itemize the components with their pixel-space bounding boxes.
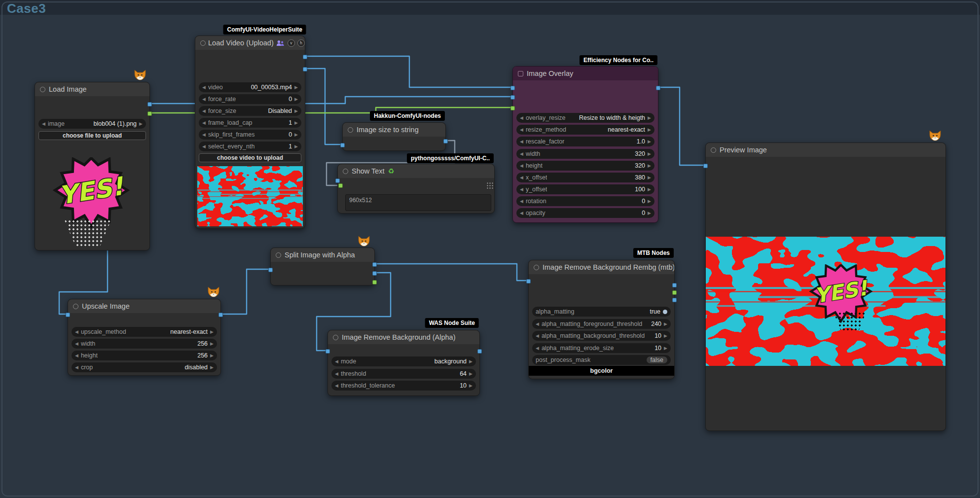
decrement-arrow-icon[interactable]: ◀: [335, 369, 338, 379]
node-header[interactable]: Split Image with Alpha: [271, 248, 374, 262]
input-slot-images[interactable]: [326, 349, 330, 354]
widget-rotation[interactable]: ◀ rotation 0 ▶: [516, 196, 654, 206]
widget-width[interactable]: ◀ width 320 ▶: [516, 149, 654, 159]
node-show-text[interactable]: Show Text ♻ 960x512: [337, 164, 495, 213]
decrement-arrow-icon[interactable]: ◀: [75, 351, 78, 360]
group-title[interactable]: Case3: [7, 1, 46, 16]
collapse-dot[interactable]: [348, 127, 353, 133]
choose-video-button[interactable]: choose video to upload: [199, 153, 301, 162]
output-slot-image[interactable]: [147, 102, 152, 107]
widget-crop[interactable]: ◀ crop disabled ▶: [72, 362, 217, 372]
decrement-arrow-icon[interactable]: ◀: [335, 356, 338, 366]
widget-resize-method[interactable]: ◀ resize_method nearest-exact ▶: [516, 125, 654, 135]
node-image-size-to-string[interactable]: Image size to string: [342, 122, 446, 151]
increment-arrow-icon[interactable]: ▶: [294, 106, 298, 116]
widget-video[interactable]: ◀ video 00_00053.mp4 ▶: [199, 82, 301, 92]
increment-arrow-icon[interactable]: ▶: [664, 319, 667, 329]
widget-upscale-method[interactable]: ◀ upscale_method nearest-exact ▶: [72, 327, 217, 337]
input-slot-images[interactable]: [703, 164, 708, 168]
decrement-arrow-icon[interactable]: ◀: [202, 106, 206, 116]
collapse-dot[interactable]: [40, 87, 45, 92]
increment-arrow-icon[interactable]: ▶: [648, 196, 651, 206]
increment-arrow-icon[interactable]: ▶: [294, 94, 298, 104]
decrement-arrow-icon[interactable]: ◀: [75, 362, 78, 372]
node-header[interactable]: Preview Image: [706, 143, 945, 157]
increment-arrow-icon[interactable]: ▶: [648, 149, 651, 159]
increment-arrow-icon[interactable]: ▶: [469, 369, 472, 379]
collapse-dot[interactable]: [73, 304, 78, 309]
collapse-dot[interactable]: [276, 252, 281, 258]
widget-select-every-nth[interactable]: ◀ select_every_nth 1 ▶: [199, 142, 301, 151]
decrement-arrow-icon[interactable]: ◀: [202, 142, 206, 151]
output-slot-image[interactable]: [672, 283, 677, 287]
increment-arrow-icon[interactable]: ▶: [210, 362, 214, 372]
output-slot-image[interactable]: [372, 262, 377, 267]
input-slot-image[interactable]: [340, 143, 345, 147]
increment-arrow-icon[interactable]: ▶: [648, 125, 651, 135]
widget-overlay-resize[interactable]: ◀ overlay_resize Resize to width & heigt…: [516, 113, 654, 123]
increment-arrow-icon[interactable]: ▶: [469, 356, 472, 366]
increment-arrow-icon[interactable]: ▶: [648, 113, 651, 123]
decrement-arrow-icon[interactable]: ◀: [42, 119, 45, 129]
increment-arrow-icon[interactable]: ▶: [210, 351, 214, 360]
node-image-overlay[interactable]: Image Overlay ◀ overlay_resize Resize to…: [512, 66, 658, 223]
output-slot-string[interactable]: [443, 139, 448, 143]
widget-threshold-tolerance[interactable]: ◀ threshold_tolerance 10 ▶: [331, 381, 476, 391]
decrement-arrow-icon[interactable]: ◀: [335, 381, 338, 391]
widget-skip-first-frames[interactable]: ◀ skip_first_frames 0 ▶: [199, 130, 301, 140]
input-slot-image[interactable]: [66, 313, 70, 317]
widget-alpha-matting[interactable]: alpha_matting true: [532, 307, 671, 317]
decrement-arrow-icon[interactable]: ◀: [202, 82, 206, 92]
increment-arrow-icon[interactable]: ▶: [648, 161, 651, 171]
widget-threshold[interactable]: ◀ threshold 64 ▶: [331, 369, 476, 379]
widget-image[interactable]: ◀ image blob004 (1).png ▶: [38, 119, 146, 129]
widget-height[interactable]: ◀ height 256 ▶: [72, 351, 217, 360]
decrement-arrow-icon[interactable]: ◀: [536, 331, 539, 341]
decrement-arrow-icon[interactable]: ◀: [520, 149, 523, 159]
node-properties-grid-icon[interactable]: [486, 182, 493, 189]
widget-rescale-factor[interactable]: ◀ rescale_factor 1.0 ▶: [516, 137, 654, 146]
widget-alpha-matting-foreground-threshold[interactable]: ◀ alpha_matting_foreground_threshold 240…: [532, 319, 671, 329]
increment-arrow-icon[interactable]: ▶: [469, 381, 472, 391]
widget-mode[interactable]: ◀ mode background ▶: [331, 356, 476, 366]
choose-file-button[interactable]: choose file to upload: [38, 131, 146, 140]
node-load-image[interactable]: Load Image ◀ image blob004 (1).png ▶ cho…: [35, 82, 150, 250]
node-image-remove-background-alpha[interactable]: Image Remove Background (Alpha) ◀ mode b…: [327, 330, 480, 396]
output-slot-mask[interactable]: [147, 111, 152, 116]
decrement-arrow-icon[interactable]: ◀: [520, 125, 523, 135]
output-slot-image-rgb[interactable]: [672, 298, 677, 302]
increment-arrow-icon[interactable]: ▶: [664, 331, 667, 341]
decrement-arrow-icon[interactable]: ◀: [520, 113, 523, 123]
decrement-arrow-icon[interactable]: ◀: [202, 130, 206, 140]
input-slot-image[interactable]: [526, 279, 531, 284]
decrement-arrow-icon[interactable]: ◀: [520, 137, 523, 146]
output-slot-image[interactable]: [303, 55, 307, 59]
bgcolor-widget[interactable]: bgcolor: [529, 366, 674, 376]
node-header[interactable]: Image Remove Background (Alpha): [328, 330, 479, 344]
toggle-knob[interactable]: [663, 310, 667, 314]
decrement-arrow-icon[interactable]: ◀: [75, 339, 78, 349]
node-header[interactable]: Image Overlay: [513, 67, 658, 80]
increment-arrow-icon[interactable]: ▶: [294, 130, 298, 140]
increment-arrow-icon[interactable]: ▶: [294, 82, 298, 92]
increment-arrow-icon[interactable]: ▶: [648, 208, 651, 218]
collapse-dot[interactable]: [200, 40, 206, 46]
widget-x-offset[interactable]: ◀ x_offset 380 ▶: [516, 173, 654, 182]
output-slot-image[interactable]: [218, 313, 223, 317]
comfyui-canvas[interactable]: Case3 Load Image ◀ image blob004 (1).png…: [0, 0, 980, 498]
increment-arrow-icon[interactable]: ▶: [210, 327, 214, 337]
decrement-arrow-icon[interactable]: ◀: [202, 94, 206, 104]
show-text-output[interactable]: 960x512: [345, 194, 491, 211]
widget-height[interactable]: ◀ height 320 ▶: [516, 161, 654, 171]
collapse-dot[interactable]: [333, 335, 338, 340]
decrement-arrow-icon[interactable]: ◀: [536, 343, 539, 353]
collapse-dot[interactable]: [518, 71, 523, 76]
input-slot-optional-mask[interactable]: [510, 106, 515, 110]
increment-arrow-icon[interactable]: ▶: [294, 142, 298, 151]
output-slot-image2[interactable]: [372, 271, 377, 276]
decrement-arrow-icon[interactable]: ◀: [202, 118, 206, 128]
increment-arrow-icon[interactable]: ▶: [648, 184, 651, 194]
output-slot-images[interactable]: [477, 349, 482, 354]
increment-arrow-icon[interactable]: ▶: [139, 119, 143, 129]
widget-alpha-matting-erode-size[interactable]: ◀ alpha_matting_erode_size 10 ▶: [532, 343, 671, 353]
